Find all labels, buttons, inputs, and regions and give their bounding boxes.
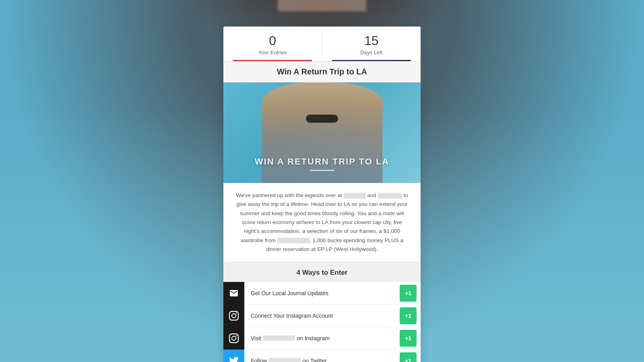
days-stat: 15 Days Left [322, 27, 421, 61]
entry-twitter[interactable]: Follow on Twitter +1 [223, 349, 421, 362]
days-label: Days Left [327, 49, 416, 56]
instagram-handle-redacted [263, 335, 295, 341]
entry-instagram-visit-bonus[interactable]: +1 [400, 330, 417, 347]
entry-instagram-connect-bonus[interactable]: +1 [400, 307, 417, 324]
entry-twitter-bonus[interactable]: +1 [400, 352, 417, 362]
description-block: We've partnered up with the legends over… [223, 183, 421, 262]
entries-number: 0 [228, 34, 317, 48]
email-svg [229, 288, 239, 298]
entry-instagram-connect-label: Connect Your Instagram Account [244, 313, 400, 319]
instagram-svg-visit [229, 333, 239, 343]
email-icon [223, 282, 244, 304]
twitter-icon [223, 350, 244, 362]
promo-title: Win A Return Trip to LA [231, 67, 413, 76]
hero-underline [310, 170, 334, 171]
entry-email-label: Get Our Local Journal Updates [244, 290, 400, 296]
follow-prefix: Follow [251, 358, 267, 362]
contest-container: 0 Your Entries 15 Days Left Win A Return… [223, 27, 421, 362]
days-number: 15 [327, 34, 416, 48]
ways-title: 4 Ways to Enter [223, 262, 421, 282]
entry-instagram-visit-label: Visit on Instagram [244, 335, 400, 341]
instagram-svg-connect [229, 311, 239, 321]
follow-suffix: on Twitter [302, 358, 326, 362]
entry-twitter-label: Follow on Twitter [244, 358, 400, 362]
stats-row: 0 Your Entries 15 Days Left [223, 27, 421, 61]
visit-prefix: Visit [251, 335, 261, 341]
twitter-handle-redacted [268, 358, 301, 362]
entry-email-bonus[interactable]: +1 [400, 285, 417, 302]
entry-instagram-connect[interactable]: Connect Your Instagram Account +1 [223, 304, 421, 327]
entry-instagram-visit[interactable]: Visit on Instagram +1 [223, 327, 421, 349]
instagram-icon-visit [223, 327, 244, 350]
instagram-icon-connect [223, 304, 244, 327]
hero-overlay-text: WIN A RETURN TRIP TO LA [223, 156, 421, 167]
hero-image: WIN A RETURN TRIP TO LA [223, 82, 421, 183]
entries-label: Your Entries [228, 49, 317, 56]
ways-section: 4 Ways to Enter Get Our Local Journal Up… [223, 262, 421, 362]
twitter-svg [229, 356, 239, 362]
entry-email[interactable]: Get Our Local Journal Updates +1 [223, 282, 421, 304]
visit-suffix: on Instagram [297, 335, 330, 341]
promo-title-bar: Win A Return Trip to LA [223, 61, 421, 82]
entries-stat: 0 Your Entries [223, 27, 322, 61]
